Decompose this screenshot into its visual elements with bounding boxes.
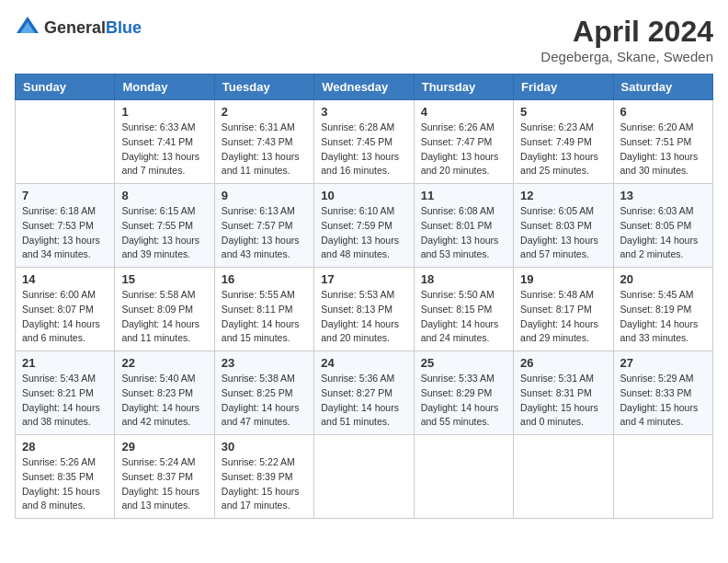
calendar-cell: 27Sunrise: 5:29 AM Sunset: 8:33 PM Dayli… [613, 351, 712, 435]
day-number: 29 [121, 440, 207, 454]
day-number: 6 [620, 105, 706, 119]
weekday-header-friday: Friday [514, 75, 613, 100]
weekday-header-wednesday: Wednesday [314, 75, 414, 100]
logo: GeneralBlue [15, 15, 142, 40]
weekday-header-row: SundayMondayTuesdayWednesdayThursdayFrid… [16, 75, 713, 100]
logo-icon [15, 15, 40, 40]
day-number: 22 [121, 356, 207, 370]
calendar-week-row: 7Sunrise: 6:18 AM Sunset: 7:53 PM Daylig… [16, 184, 713, 268]
calendar-cell: 22Sunrise: 5:40 AM Sunset: 8:23 PM Dayli… [115, 351, 214, 435]
calendar-cell: 19Sunrise: 5:48 AM Sunset: 8:17 PM Dayli… [514, 268, 613, 351]
logo-general-text: General [44, 18, 106, 37]
weekday-header-sunday: Sunday [16, 75, 115, 100]
day-info: Sunrise: 5:53 AM Sunset: 8:13 PM Dayligh… [321, 288, 406, 346]
day-info: Sunrise: 6:00 AM Sunset: 8:07 PM Dayligh… [22, 288, 108, 346]
day-info: Sunrise: 5:22 AM Sunset: 8:39 PM Dayligh… [222, 455, 307, 513]
day-number: 13 [620, 189, 706, 202]
day-number: 27 [620, 356, 706, 370]
day-info: Sunrise: 5:40 AM Sunset: 8:23 PM Dayligh… [121, 372, 207, 430]
day-number: 30 [222, 440, 307, 454]
day-info: Sunrise: 6:05 AM Sunset: 8:03 PM Dayligh… [520, 204, 606, 262]
calendar-cell: 24Sunrise: 5:36 AM Sunset: 8:27 PM Dayli… [314, 351, 414, 435]
day-number: 15 [121, 272, 207, 286]
day-number: 2 [222, 105, 307, 119]
day-number: 17 [321, 272, 406, 286]
day-info: Sunrise: 5:24 AM Sunset: 8:37 PM Dayligh… [121, 455, 207, 513]
day-number: 14 [22, 272, 108, 286]
calendar-cell: 16Sunrise: 5:55 AM Sunset: 8:11 PM Dayli… [214, 268, 313, 351]
calendar-cell: 7Sunrise: 6:18 AM Sunset: 7:53 PM Daylig… [16, 184, 115, 268]
day-info: Sunrise: 6:15 AM Sunset: 7:55 PM Dayligh… [121, 204, 207, 262]
day-info: Sunrise: 6:03 AM Sunset: 8:05 PM Dayligh… [620, 204, 706, 262]
day-info: Sunrise: 6:20 AM Sunset: 7:51 PM Dayligh… [620, 121, 706, 178]
calendar-cell: 26Sunrise: 5:31 AM Sunset: 8:31 PM Dayli… [514, 351, 613, 435]
day-number: 11 [421, 189, 506, 202]
day-info: Sunrise: 6:23 AM Sunset: 7:49 PM Dayligh… [520, 121, 606, 178]
day-info: Sunrise: 5:38 AM Sunset: 8:25 PM Dayligh… [222, 372, 307, 430]
day-info: Sunrise: 6:18 AM Sunset: 7:53 PM Dayligh… [22, 204, 108, 262]
calendar-cell: 15Sunrise: 5:58 AM Sunset: 8:09 PM Dayli… [115, 268, 214, 351]
page-header: GeneralBlue April 2024 Degeberga, Skane,… [15, 15, 713, 64]
calendar-cell: 28Sunrise: 5:26 AM Sunset: 8:35 PM Dayli… [16, 435, 115, 519]
calendar-cell [314, 435, 414, 519]
weekday-header-saturday: Saturday [613, 75, 712, 100]
title-block: April 2024 Degeberga, Skane, Sweden [540, 15, 713, 64]
day-info: Sunrise: 5:33 AM Sunset: 8:29 PM Dayligh… [421, 372, 506, 430]
day-info: Sunrise: 5:58 AM Sunset: 8:09 PM Dayligh… [121, 288, 207, 346]
weekday-header-thursday: Thursday [414, 75, 513, 100]
calendar-cell: 20Sunrise: 5:45 AM Sunset: 8:19 PM Dayli… [613, 268, 712, 351]
day-info: Sunrise: 6:28 AM Sunset: 7:45 PM Dayligh… [321, 121, 406, 178]
calendar-cell: 23Sunrise: 5:38 AM Sunset: 8:25 PM Dayli… [214, 351, 313, 435]
day-number: 24 [321, 356, 406, 370]
day-number: 20 [620, 272, 706, 286]
weekday-header-monday: Monday [115, 75, 214, 100]
calendar-cell: 2Sunrise: 6:31 AM Sunset: 7:43 PM Daylig… [214, 100, 313, 184]
calendar-cell: 30Sunrise: 5:22 AM Sunset: 8:39 PM Dayli… [214, 435, 313, 519]
day-info: Sunrise: 5:31 AM Sunset: 8:31 PM Dayligh… [520, 372, 606, 430]
calendar-header: SundayMondayTuesdayWednesdayThursdayFrid… [16, 75, 713, 100]
day-info: Sunrise: 5:26 AM Sunset: 8:35 PM Dayligh… [22, 455, 108, 513]
calendar-week-row: 14Sunrise: 6:00 AM Sunset: 8:07 PM Dayli… [16, 268, 713, 351]
calendar-cell: 6Sunrise: 6:20 AM Sunset: 7:51 PM Daylig… [613, 100, 712, 184]
day-number: 16 [222, 272, 307, 286]
calendar-cell: 25Sunrise: 5:33 AM Sunset: 8:29 PM Dayli… [414, 351, 513, 435]
calendar-week-row: 28Sunrise: 5:26 AM Sunset: 8:35 PM Dayli… [16, 435, 713, 519]
day-info: Sunrise: 5:45 AM Sunset: 8:19 PM Dayligh… [620, 288, 706, 346]
day-number: 26 [520, 356, 606, 370]
day-number: 3 [321, 105, 406, 119]
calendar-week-row: 21Sunrise: 5:43 AM Sunset: 8:21 PM Dayli… [16, 351, 713, 435]
weekday-header-tuesday: Tuesday [214, 75, 313, 100]
calendar-cell: 10Sunrise: 6:10 AM Sunset: 7:59 PM Dayli… [314, 184, 414, 268]
calendar-cell: 13Sunrise: 6:03 AM Sunset: 8:05 PM Dayli… [613, 184, 712, 268]
day-number: 25 [421, 356, 506, 370]
calendar-week-row: 1Sunrise: 6:33 AM Sunset: 7:41 PM Daylig… [16, 100, 713, 184]
calendar-cell [514, 435, 613, 519]
calendar-cell [414, 435, 513, 519]
day-number: 8 [121, 189, 207, 202]
day-info: Sunrise: 6:31 AM Sunset: 7:43 PM Dayligh… [222, 121, 307, 178]
day-info: Sunrise: 5:36 AM Sunset: 8:27 PM Dayligh… [321, 372, 406, 430]
calendar-cell: 9Sunrise: 6:13 AM Sunset: 7:57 PM Daylig… [214, 184, 313, 268]
calendar-cell: 4Sunrise: 6:26 AM Sunset: 7:47 PM Daylig… [414, 100, 513, 184]
day-info: Sunrise: 6:26 AM Sunset: 7:47 PM Dayligh… [421, 121, 506, 178]
day-number: 21 [22, 356, 108, 370]
calendar-cell: 29Sunrise: 5:24 AM Sunset: 8:37 PM Dayli… [115, 435, 214, 519]
calendar-cell: 12Sunrise: 6:05 AM Sunset: 8:03 PM Dayli… [514, 184, 613, 268]
day-number: 19 [520, 272, 606, 286]
calendar-cell: 5Sunrise: 6:23 AM Sunset: 7:49 PM Daylig… [514, 100, 613, 184]
day-info: Sunrise: 5:29 AM Sunset: 8:33 PM Dayligh… [620, 372, 706, 430]
day-info: Sunrise: 6:33 AM Sunset: 7:41 PM Dayligh… [121, 121, 207, 178]
calendar-body: 1Sunrise: 6:33 AM Sunset: 7:41 PM Daylig… [16, 100, 713, 519]
month-title: April 2024 [540, 15, 713, 49]
day-info: Sunrise: 6:10 AM Sunset: 7:59 PM Dayligh… [321, 204, 406, 262]
day-info: Sunrise: 5:43 AM Sunset: 8:21 PM Dayligh… [22, 372, 108, 430]
day-number: 28 [22, 440, 108, 454]
calendar-cell: 8Sunrise: 6:15 AM Sunset: 7:55 PM Daylig… [115, 184, 214, 268]
calendar-cell [613, 435, 712, 519]
day-info: Sunrise: 5:48 AM Sunset: 8:17 PM Dayligh… [520, 288, 606, 346]
day-number: 9 [222, 189, 307, 202]
calendar-cell: 11Sunrise: 6:08 AM Sunset: 8:01 PM Dayli… [414, 184, 513, 268]
calendar-cell: 21Sunrise: 5:43 AM Sunset: 8:21 PM Dayli… [16, 351, 115, 435]
logo-blue-text: Blue [106, 18, 142, 37]
day-info: Sunrise: 5:50 AM Sunset: 8:15 PM Dayligh… [421, 288, 506, 346]
